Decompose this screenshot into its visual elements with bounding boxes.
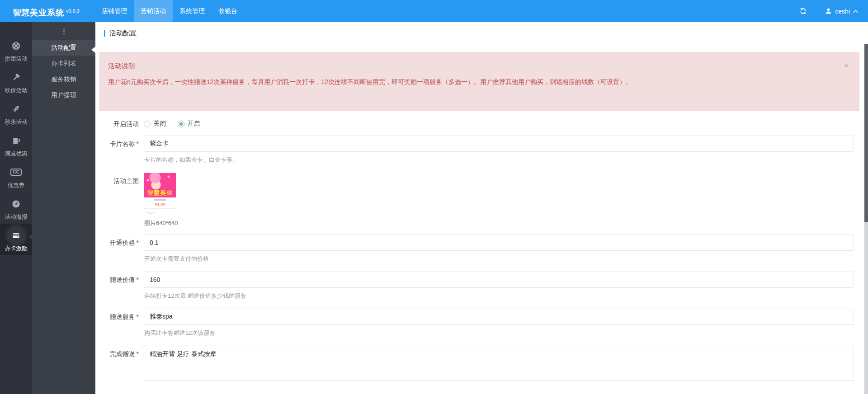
gift-value-input[interactable] [144, 272, 854, 288]
required-mark: * [137, 350, 139, 357]
open-price-hint: 开通次卡需要支付的价格 [144, 255, 854, 263]
page-title-bar: 活动配置 [95, 22, 868, 44]
gift-value-hint: 连续打卡12次后 赠送价值多少钱的服务 [144, 292, 854, 300]
card-name-hint: 卡片的名称，如黑金卡、白金卡等。 [144, 156, 854, 164]
sidebar-item-label: 砍价活动 [5, 87, 28, 94]
required-mark: * [137, 239, 139, 246]
close-icon[interactable]: × [844, 62, 849, 70]
enable-radio-group: 关闭 开启 [144, 116, 854, 132]
tab-system-management[interactable]: 系统管理 [173, 0, 212, 22]
tab-marketing[interactable]: 营销活动 [134, 0, 173, 22]
cc-icon: CC [7, 163, 25, 181]
radio-on[interactable]: 开启 [178, 120, 200, 128]
sidebar-collapse-arrow-icon[interactable] [91, 47, 95, 53]
tab-shop-management[interactable]: 店铺管理 [95, 0, 134, 22]
form-row-card-name: 卡片名称* 卡片的名称，如黑金卡、白金卡等。 [95, 136, 868, 173]
gauge-icon [7, 195, 25, 213]
user-icon [825, 8, 832, 14]
life-ring-icon [7, 37, 25, 55]
form-row-enable: 开启活动 关闭 开启 [95, 116, 868, 132]
alert-title: 活动说明 [108, 62, 851, 70]
thumb-tiny-text [154, 199, 166, 201]
radio-off[interactable]: 关闭 [144, 120, 166, 128]
alert-body: 用户花n元购买次卡后，一次性赠送12次某种服务，每月用户消耗一次打卡，12次连续… [108, 77, 851, 87]
user-menu[interactable]: ceshi [825, 8, 858, 15]
radio-off-label: 关闭 [153, 120, 166, 128]
thumb-meta: ¥1.00 [144, 197, 176, 208]
scrollbar-thumb[interactable] [864, 44, 868, 222]
credit-card-icon [7, 226, 25, 244]
enable-label: 开启活动 [95, 116, 144, 132]
page-title: 活动配置 [109, 29, 137, 38]
submenu-item-card-list[interactable]: 办卡列表 [32, 56, 95, 71]
app-title: 智慧美业系统 [13, 8, 64, 17]
thumb-scribble [146, 210, 156, 214]
hammer-icon [7, 68, 25, 86]
thumb-price: ¥1.00 [144, 202, 176, 206]
sidebar-item-label: 秒杀活动 [5, 118, 28, 126]
submenu-item-service-verify[interactable]: 服务核销 [32, 71, 95, 87]
active-item-notch [29, 234, 32, 239]
refresh-icon[interactable] [799, 7, 807, 15]
activity-config-form: 开启活动 关闭 开启 [95, 116, 868, 383]
sidebar-item-label: 活动海报 [5, 213, 28, 221]
app-window: 智慧美业系统v0.0.3 店铺管理 营销活动 系统管理 收银台 [0, 0, 868, 394]
form-row-main-image: 活动主图 智慧美业 ¥1.00 图片640*640 [95, 173, 868, 235]
sidebar-item-label: 办卡激励 [5, 245, 28, 253]
sidebar-item-bargain[interactable]: 砍价活动 [0, 66, 32, 97]
rocket-icon [7, 100, 25, 118]
submenu-item-activity-config[interactable]: 活动配置 [32, 40, 95, 56]
required-mark: * [137, 276, 139, 283]
sidebar-item-label: 优惠券 [8, 182, 25, 189]
title-accent-bar [104, 30, 105, 37]
required-mark: * [137, 140, 139, 147]
topbar: 智慧美业系统v0.0.3 店铺管理 营销活动 系统管理 收银台 [0, 0, 868, 22]
required-mark: * [137, 313, 139, 320]
sidebar-item-label: 拼团活动 [5, 55, 28, 63]
form-row-open-price: 开通价格* 开通次卡需要支付的价格 [95, 235, 868, 272]
open-price-input[interactable] [144, 235, 854, 251]
username: ceshi [835, 8, 850, 15]
vertical-scrollbar[interactable] [864, 44, 868, 394]
sidebar-item-flash-sale[interactable]: 秒杀活动 [0, 97, 32, 129]
complete-gift-textarea[interactable]: 精油开背 足疗 泰式按摩 [144, 346, 854, 381]
submenu-item-user-withdraw[interactable]: 用户提现 [32, 87, 95, 103]
sidebar-item-card-incentive[interactable]: 办卡激励 [0, 224, 32, 255]
main-content: 活动配置 活动说明 用户花n元购买次卡后，一次性赠送12次某种服务，每月用户消耗… [95, 22, 868, 394]
sidebar-item-poster[interactable]: 活动海报 [0, 192, 32, 224]
mug-icon [7, 131, 25, 150]
card-name-label: 卡片名称* [95, 136, 144, 173]
form-row-gift-value: 赠送价值* 连续打卡12次后 赠送价值多少钱的服务 [95, 272, 868, 309]
main-image-caption: 图片640*640 [144, 219, 854, 227]
gift-service-hint: 购买此卡将赠送12次该服务 [144, 329, 854, 337]
sidebar-item-discount[interactable]: 满减优惠 [0, 129, 32, 160]
form-row-gift-service: 赠送服务* 购买此卡将赠送12次该服务 [95, 309, 868, 346]
main-image-label: 活动主图 [95, 173, 144, 235]
radio-off-icon [144, 121, 151, 127]
radio-on-label: 开启 [187, 120, 200, 128]
thumb-overlay-text: 智慧美业 [144, 189, 176, 197]
card-name-input[interactable] [144, 136, 854, 152]
main-image-thumbnail[interactable]: 智慧美业 ¥1.00 [144, 173, 176, 209]
kebab-menu-icon[interactable] [32, 27, 95, 36]
app-logo: 智慧美业系统v0.0.3 [0, 0, 95, 22]
topbar-right: ceshi [799, 0, 868, 22]
top-nav: 店铺管理 营销活动 系统管理 收银台 [95, 0, 244, 22]
form-row-complete-gift: 完成赠送* 精油开背 足疗 泰式按摩 [95, 346, 868, 383]
sidebar-item-coupon[interactable]: CC 优惠券 [0, 160, 32, 192]
cc-icon-text: CC [10, 169, 21, 176]
sidebar-item-label: 满减优惠 [5, 150, 28, 158]
sidebar-item-group-buy[interactable]: 拼团活动 [0, 34, 32, 66]
gift-value-label: 赠送价值* [95, 272, 144, 309]
open-price-label: 开通价格* [95, 235, 144, 272]
radio-on-icon [178, 121, 184, 127]
main-image-picture: 智慧美业 [144, 173, 176, 197]
app-version: v0.0.3 [66, 8, 80, 14]
tab-cashier[interactable]: 收银台 [212, 0, 244, 22]
secondary-sidebar: 活动配置 办卡列表 服务核销 用户提现 [32, 22, 95, 394]
submenu-list: 活动配置 办卡列表 服务核销 用户提现 [32, 40, 95, 103]
complete-gift-label: 完成赠送* [95, 346, 144, 383]
activity-notice-alert: 活动说明 用户花n元购买次卡后，一次性赠送12次某种服务，每月用户消耗一次打卡，… [99, 52, 859, 111]
gift-service-label: 赠送服务* [95, 309, 144, 346]
gift-service-input[interactable] [144, 309, 854, 325]
